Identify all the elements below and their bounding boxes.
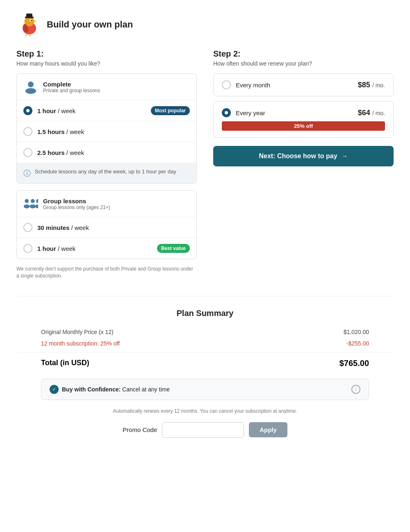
- step1-title: Step 1:: [16, 49, 197, 59]
- svg-point-10: [28, 82, 34, 87]
- complete-plan-icon: [23, 80, 38, 94]
- option-1hour-group[interactable]: 1 hour / week Best value: [17, 238, 196, 259]
- promo-code-input[interactable]: [162, 422, 244, 438]
- confidence-info-icon[interactable]: i: [351, 385, 360, 394]
- yearly-price: $64 / mo.: [358, 109, 385, 117]
- radio-1hour-private[interactable]: [23, 106, 32, 115]
- svg-point-17: [35, 205, 38, 209]
- option-2-5hour-private[interactable]: 2.5 hours / week: [17, 142, 196, 163]
- page-header: Build your own plan: [16, 12, 394, 37]
- step2-title: Step 2:: [213, 49, 394, 59]
- summary-original-price-label: Original Monthly Price (x 12): [41, 329, 114, 335]
- summary-total-label: Total (in USD): [41, 359, 89, 368]
- svg-line-6: [26, 34, 28, 36]
- complete-plan-name: Complete: [43, 81, 100, 88]
- step1-column: Step 1: How many hours would you like? C…: [16, 49, 197, 280]
- plan-disclaimer: We currently don't support the purchase …: [16, 266, 197, 280]
- complete-plan-header: Complete Private and group lessons: [17, 74, 196, 100]
- schedule-info-row: ⓘ Schedule lessons any day of the week, …: [17, 163, 196, 183]
- discount-bar: 25% off: [222, 121, 385, 131]
- option-1-5hour-private[interactable]: 1.5 hours / week: [17, 121, 196, 142]
- radio-1-5hour-private[interactable]: [23, 127, 32, 136]
- apply-button[interactable]: Apply: [249, 422, 287, 437]
- arrow-right-icon: →: [342, 152, 348, 160]
- next-button-label: Next: Choose how to pay: [259, 152, 337, 160]
- summary-discount-label: 12 month subscription: 25% off: [41, 340, 120, 347]
- info-circle-icon: ⓘ: [23, 168, 31, 178]
- svg-point-13: [24, 205, 30, 209]
- renewal-yearly-label: Every year: [236, 109, 265, 116]
- radio-30min-group[interactable]: [23, 223, 32, 232]
- main-layout: Step 1: How many hours would you like? C…: [16, 49, 394, 280]
- group-plan-header: Group lessons Group lessons only (ages 2…: [17, 191, 196, 217]
- option-30min-group[interactable]: 30 minutes / week: [17, 217, 196, 238]
- summary-discount-value: -$255.00: [346, 340, 369, 347]
- svg-point-11: [25, 88, 36, 94]
- summary-total-value: $765.00: [339, 359, 369, 368]
- option-1-5hour-private-label: 1.5 hours / week: [37, 128, 84, 135]
- option-2-5hour-private-label: 2.5 hours / week: [37, 149, 84, 156]
- renewal-monthly-label: Every month: [236, 82, 270, 89]
- most-popular-badge: Most popular: [151, 106, 190, 115]
- svg-point-15: [30, 205, 36, 209]
- step2-subtitle: How often should we renew your plan?: [213, 60, 394, 67]
- complete-plan-desc: Private and group lessons: [43, 88, 100, 93]
- step2-column: Step 2: How often should we renew your p…: [213, 49, 394, 280]
- group-plan-section: Group lessons Group lessons only (ages 2…: [16, 190, 197, 259]
- best-value-badge: Best value: [157, 244, 190, 253]
- page-title: Build your own plan: [47, 19, 133, 30]
- monthly-price: $85 / mo.: [358, 81, 385, 89]
- group-plan-icon: [23, 196, 38, 211]
- promo-code-section: Promo Code Apply: [16, 422, 394, 438]
- check-icon: ✓: [50, 385, 59, 394]
- svg-point-3: [31, 20, 32, 21]
- schedule-info-text: Schedule lessons any day of the week, up…: [35, 168, 176, 175]
- option-30min-group-label: 30 minutes / week: [37, 224, 89, 231]
- svg-marker-4: [34, 20, 38, 22]
- complete-plan-section: Complete Private and group lessons 1 hou…: [16, 73, 197, 184]
- svg-point-14: [31, 199, 35, 203]
- renewal-yearly[interactable]: Every year $64 / mo. 25% off: [213, 101, 394, 138]
- summary-original-price-row: Original Monthly Price (x 12) $1,020.00: [16, 326, 394, 338]
- confidence-box: ✓ Buy with Confidence: Cancel at any tim…: [41, 379, 369, 400]
- bird-logo: [16, 12, 41, 37]
- option-1hour-private[interactable]: 1 hour / week Most popular: [17, 100, 196, 121]
- svg-point-16: [36, 199, 38, 203]
- radio-yearly[interactable]: [222, 108, 231, 117]
- summary-total-row: Total (in USD) $765.00: [16, 352, 394, 371]
- confidence-left: ✓ Buy with Confidence: Cancel at any tim…: [50, 385, 170, 394]
- summary-original-price-value: $1,020.00: [344, 329, 369, 335]
- radio-1hour-group[interactable]: [23, 244, 32, 253]
- svg-point-12: [25, 199, 29, 203]
- next-button[interactable]: Next: Choose how to pay →: [213, 146, 394, 166]
- option-1hour-private-label: 1 hour / week: [37, 107, 75, 114]
- auto-renew-note: Automatically renews every 12 months. Yo…: [41, 408, 369, 414]
- confidence-text: Buy with Confidence: Cancel at any time: [62, 386, 170, 393]
- radio-monthly[interactable]: [222, 80, 231, 89]
- renewal-monthly[interactable]: Every month $85 / mo.: [213, 73, 394, 96]
- promo-code-label: Promo Code: [123, 426, 157, 433]
- group-plan-desc: Group lessons only (ages 21+): [43, 205, 110, 210]
- group-plan-name: Group lessons: [43, 198, 110, 205]
- summary-discount-row: 12 month subscription: 25% off -$255.00: [16, 338, 394, 349]
- option-1hour-group-label: 1 hour / week: [37, 245, 75, 252]
- plan-summary-title: Plan Summary: [16, 309, 394, 318]
- radio-2-5hour-private[interactable]: [23, 148, 32, 157]
- svg-rect-9: [26, 14, 32, 17]
- step1-subtitle: How many hours would you like?: [16, 60, 197, 67]
- plan-summary-section: Plan Summary Original Monthly Price (x 1…: [16, 296, 394, 438]
